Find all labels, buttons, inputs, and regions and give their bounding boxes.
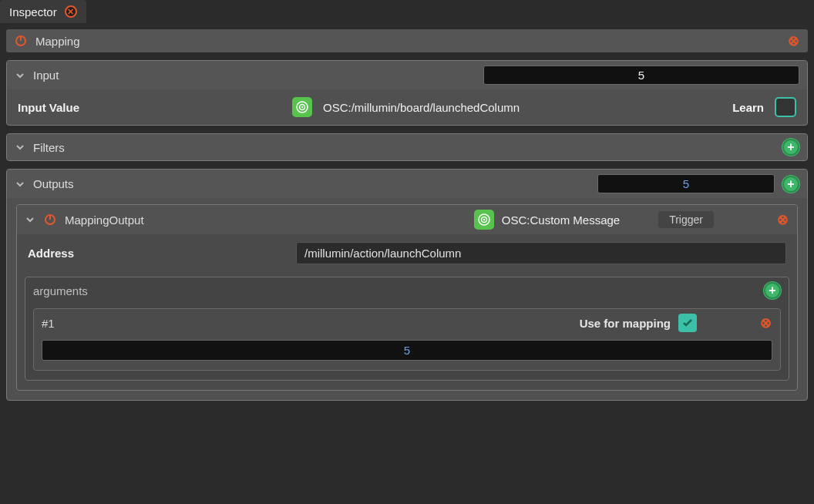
tab-bar: Inspector ✕ — [0, 0, 814, 23]
mapping-output-header[interactable]: MappingOutput OSC:Custom Message Trigger… — [17, 205, 797, 234]
chevron-down-icon — [15, 142, 25, 153]
power-icon[interactable] — [14, 34, 28, 48]
add-argument-button[interactable]: + — [764, 282, 781, 299]
inspector-tab[interactable]: Inspector ✕ — [0, 0, 86, 23]
input-osc-address: OSC:/millumin/board/launchedColumn — [323, 101, 520, 114]
arguments-title: arguments — [33, 284, 88, 297]
address-input[interactable] — [296, 242, 786, 264]
arguments-box: arguments + #1 Use for mapping ⊗ — [25, 277, 789, 381]
use-for-mapping-label: Use for mapping — [580, 317, 671, 330]
mapping-output-title: MappingOutput — [65, 213, 144, 227]
outputs-value-display[interactable]: 5 — [597, 174, 775, 193]
input-section: Input 5 Input Value OSC:/millumin/board/… — [6, 60, 808, 126]
add-output-button[interactable]: + — [782, 176, 799, 193]
address-row: Address — [17, 234, 797, 272]
argument-row: #1 Use for mapping ⊗ — [34, 309, 780, 337]
learn-label: Learn — [732, 101, 764, 114]
input-value-display[interactable]: 5 — [483, 66, 799, 85]
filters-section: Filters + — [6, 133, 808, 161]
input-title: Input — [33, 69, 59, 82]
osc-icon — [292, 97, 312, 117]
close-icon[interactable]: ✕ — [65, 5, 77, 18]
output-mode-badge[interactable]: Trigger — [658, 211, 714, 228]
output-osc-type: OSC:Custom Message — [502, 213, 620, 227]
argument-item: #1 Use for mapping ⊗ 5 — [33, 308, 781, 371]
argument-value[interactable]: 5 — [42, 340, 772, 361]
tab-title: Inspector — [9, 5, 57, 18]
outputs-section: Outputs 5 + MappingOutput OSC:Custom Mes… — [6, 169, 808, 401]
svg-point-4 — [301, 106, 303, 108]
osc-icon — [474, 210, 494, 230]
svg-point-9 — [483, 219, 485, 220]
close-icon[interactable]: ⊗ — [758, 316, 772, 330]
outputs-title: Outputs — [33, 177, 74, 190]
filters-header[interactable]: Filters + — [7, 134, 807, 160]
learn-checkbox[interactable] — [775, 97, 796, 117]
close-icon[interactable]: ⊗ — [786, 34, 800, 48]
input-value-label: Input Value — [18, 101, 79, 114]
arguments-header: arguments + — [25, 277, 789, 304]
add-filter-button[interactable]: + — [782, 139, 799, 156]
input-value-row: Input Value OSC:/millumin/board/launched… — [7, 89, 807, 125]
address-label: Address — [28, 247, 74, 260]
power-icon[interactable] — [43, 213, 57, 227]
mapping-header: Mapping ⊗ — [6, 29, 808, 52]
outputs-header[interactable]: Outputs 5 + — [7, 170, 807, 198]
mapping-title: Mapping — [35, 35, 80, 48]
close-icon[interactable]: ⊗ — [775, 213, 789, 227]
use-for-mapping-checkbox[interactable] — [678, 314, 697, 332]
chevron-down-icon — [15, 179, 25, 190]
mapping-output-section: MappingOutput OSC:Custom Message Trigger… — [16, 204, 798, 391]
filters-title: Filters — [33, 141, 65, 154]
input-header[interactable]: Input 5 — [7, 61, 807, 89]
chevron-down-icon — [15, 70, 25, 81]
argument-number: #1 — [42, 317, 55, 330]
chevron-down-icon — [25, 214, 35, 225]
